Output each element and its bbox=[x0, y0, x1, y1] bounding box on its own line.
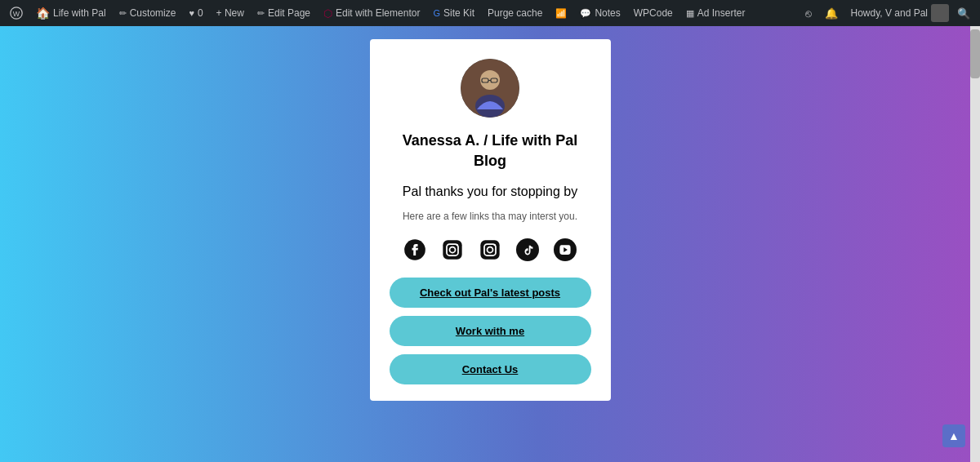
notes-label: Notes bbox=[595, 7, 620, 19]
facebook-icon[interactable] bbox=[402, 237, 428, 263]
latest-posts-button[interactable]: Check out Pal's latest posts bbox=[390, 278, 591, 308]
wp-logo-item[interactable]: W bbox=[5, 0, 28, 26]
sitekit-item[interactable]: G Site Kit bbox=[428, 0, 479, 26]
elementor-item[interactable]: ⬡ Edit with Elementor bbox=[318, 0, 425, 26]
edit-page-item[interactable]: ✏ Edit Page bbox=[252, 0, 315, 26]
share-item[interactable]: ⎋ bbox=[800, 7, 817, 20]
youtube-icon[interactable] bbox=[552, 237, 578, 263]
card-subtitle: Pal thanks you for stopping by bbox=[403, 183, 577, 201]
svg-point-12 bbox=[457, 244, 458, 246]
bell-icon: 🔔 bbox=[825, 7, 838, 20]
instagram2-icon[interactable] bbox=[477, 237, 503, 263]
card-title: Vanessa A. / Life with Pal Blog bbox=[390, 131, 591, 171]
share-icon: ⎋ bbox=[805, 7, 812, 20]
updates-item[interactable]: ♥ 0 bbox=[184, 0, 207, 26]
svg-text:W: W bbox=[13, 10, 20, 18]
social-icons-row bbox=[402, 237, 578, 263]
howdy-item[interactable]: Howdy, V and Pal 🔍 bbox=[846, 4, 976, 22]
ad-inserter-label: Ad Inserter bbox=[697, 7, 746, 19]
search-icon[interactable]: 🔍 bbox=[957, 7, 970, 20]
svg-point-16 bbox=[494, 244, 496, 246]
work-with-me-button[interactable]: Work with me bbox=[390, 316, 591, 346]
site-name-item[interactable]: 🏠 Life with Pal bbox=[31, 0, 111, 26]
customize-item[interactable]: ✏ Customize bbox=[114, 0, 181, 26]
avatar bbox=[461, 59, 519, 118]
page-background: Vanessa A. / Life with Pal Blog Pal than… bbox=[0, 26, 980, 462]
howdy-label: Howdy, V and Pal bbox=[851, 7, 929, 19]
customize-icon: ✏ bbox=[119, 8, 127, 19]
admin-bar-right: ⎋ 🔔 Howdy, V and Pal 🔍 bbox=[800, 4, 976, 22]
notes-item[interactable]: 💬 Notes bbox=[575, 0, 625, 26]
svg-rect-9 bbox=[443, 240, 461, 259]
site-name-label: Life with Pal bbox=[53, 7, 106, 19]
new-label: + New bbox=[216, 7, 244, 19]
analytics-item[interactable]: 📶 bbox=[550, 0, 572, 26]
chevron-up-icon: ▲ bbox=[948, 429, 960, 442]
linktree-card: Vanessa A. / Life with Pal Blog Pal than… bbox=[370, 39, 611, 401]
scrollbar[interactable] bbox=[970, 26, 980, 462]
ad-icon: ▦ bbox=[686, 8, 694, 19]
svg-point-18 bbox=[554, 238, 577, 261]
chart-icon: 📶 bbox=[555, 8, 567, 19]
wpcode-item[interactable]: WPCode bbox=[629, 0, 678, 26]
purge-cache-label: Purge cache bbox=[488, 7, 542, 19]
svg-rect-13 bbox=[480, 240, 499, 259]
card-description: Here are a few links tha may interst you… bbox=[403, 210, 577, 224]
sitekit-label: Site Kit bbox=[443, 7, 474, 19]
notifications-item[interactable]: 🔔 bbox=[820, 7, 843, 20]
user-avatar-icon bbox=[931, 4, 949, 22]
updates-count: 0 bbox=[198, 7, 203, 19]
wpcode-label: WPCode bbox=[634, 7, 673, 19]
elementor-label: Edit with Elementor bbox=[336, 7, 420, 19]
contact-button[interactable]: Contact Us bbox=[390, 354, 591, 384]
edit-page-label: Edit Page bbox=[268, 7, 310, 19]
new-item[interactable]: + New bbox=[212, 0, 249, 26]
customize-label: Customize bbox=[130, 7, 176, 19]
instagram-icon[interactable] bbox=[439, 237, 466, 263]
elementor-icon: ⬡ bbox=[323, 7, 332, 20]
google-icon: G bbox=[433, 8, 440, 18]
tiktok-icon[interactable] bbox=[514, 237, 541, 263]
purge-cache-item[interactable]: Purge cache bbox=[483, 0, 547, 26]
admin-bar: W 🏠 Life with Pal ✏ Customize ♥ 0 + New … bbox=[0, 0, 980, 26]
scrollbar-thumb[interactable] bbox=[970, 29, 980, 78]
heart-icon: ♥ bbox=[189, 8, 194, 18]
ad-inserter-item[interactable]: ▦ Ad Inserter bbox=[681, 0, 751, 26]
notes-icon: 💬 bbox=[580, 8, 591, 19]
scroll-to-top-button[interactable]: ▲ bbox=[942, 424, 965, 447]
edit-page-icon: ✏ bbox=[257, 8, 265, 19]
